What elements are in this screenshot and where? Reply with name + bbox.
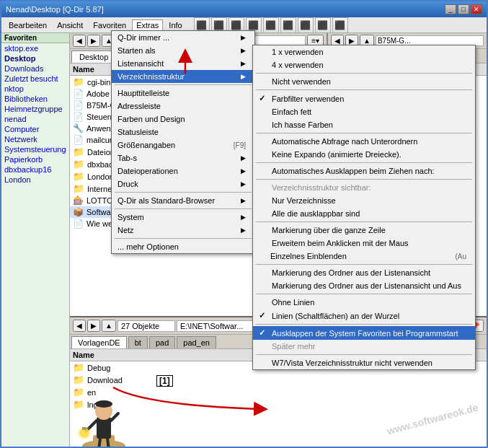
view-button[interactable]: ≡▾	[307, 35, 324, 47]
arrow-icon: ▶	[241, 73, 246, 80]
decorative-silhouette	[414, 76, 487, 316]
sidebar-item-nenad[interactable]: nenad	[1, 114, 69, 124]
sidebar-item-exe[interactable]: sktop.exe	[1, 43, 69, 53]
sidebar-item-systemsteuerung[interactable]: Systemsteuerung	[1, 144, 69, 154]
bottom-tab-vorlagen[interactable]: VorlagenDE	[71, 336, 127, 348]
tab-cgi-bin[interactable]: cgi-bin auf ...	[329, 50, 381, 63]
sidebar-item-zuletzt[interactable]: Zuletzt besucht	[1, 74, 69, 84]
menu-mehr-optionen[interactable]: ... mehr Optionen	[112, 240, 254, 253]
arrow-icon: ▶	[241, 180, 246, 188]
bottom-path-field[interactable]: E:\INET\Softwar...	[177, 320, 431, 332]
svg-line-12	[111, 413, 118, 421]
svg-line-14	[107, 439, 109, 448]
arrow-icon: ▶	[241, 214, 246, 221]
sidebar-item-computer[interactable]: Computer	[1, 124, 69, 134]
toolbar-btn-7[interactable]: ⬛	[298, 17, 314, 33]
bottom-close-btn[interactable]: ✕	[451, 320, 465, 332]
sep1	[115, 84, 252, 85]
right-address[interactable]: B75M-G...	[376, 35, 484, 46]
menu-info[interactable]: Info	[164, 19, 186, 31]
svg-rect-8	[97, 417, 111, 439]
close-button[interactable]: ✕	[471, 4, 482, 14]
f9-shortcut: [F9]	[234, 141, 246, 149]
bottom-tab-bt[interactable]: bt	[128, 336, 148, 348]
back-button[interactable]: ◀	[73, 35, 86, 47]
menu-favoriten[interactable]: Favoriten	[89, 19, 130, 31]
window-title: Nenad\Desktop [Q-Dir 5.87]	[6, 5, 104, 14]
arrow-icon: ▶	[241, 227, 246, 234]
menu-adressleiste[interactable]: Adressleiste	[112, 100, 254, 113]
arrow-icon: ▶	[241, 197, 246, 204]
window: Nenad\Desktop [Q-Dir 5.87] _ □ ✕ Bearbei…	[0, 0, 488, 448]
title-bar: Nenad\Desktop [Q-Dir 5.87] _ □ ✕	[1, 1, 487, 17]
sidebar-item-desktop[interactable]: Desktop	[1, 53, 69, 63]
right-file-list	[328, 76, 487, 316]
tab-rss[interactable]: rss auf ...	[382, 50, 422, 63]
menu-extras[interactable]: Extras	[132, 19, 163, 30]
menu-netz[interactable]: Netz ▶	[112, 224, 254, 237]
bottom-back-button[interactable]: ◀	[73, 320, 86, 332]
menu-dateioperationen[interactable]: Dateioperationen ▶	[112, 164, 254, 177]
toolbar-btn-6[interactable]: ⬛	[280, 17, 296, 33]
mascot-figure	[71, 381, 136, 446]
menu-listenansicht[interactable]: Listenansicht ▶	[112, 57, 254, 70]
bottom-panel: ◀ ▶ ▲ 27 Objekte E:\INET\Softwar... ≡▾ ✕…	[70, 316, 487, 448]
menu-verzeichnisstruktur[interactable]: Verzeichnisstruktur ▶	[112, 70, 254, 83]
bottom-pin-btn[interactable]: 📌	[466, 320, 484, 332]
minimize-button[interactable]: _	[445, 4, 456, 14]
svg-rect-3	[465, 119, 476, 162]
toolbar-btn-8[interactable]: ⬛	[315, 17, 331, 33]
bottom-file-header: Name	[70, 349, 487, 361]
svg-point-17	[77, 426, 92, 440]
right-back-button[interactable]: ◀	[331, 35, 344, 47]
bottom-tab-pad-en[interactable]: pad_en	[177, 336, 216, 348]
sidebar-item-netzwerk[interactable]: Netzwerk	[1, 134, 69, 144]
list-item[interactable]: 📁Debug	[70, 361, 487, 374]
right-forward-button[interactable]: ▶	[345, 35, 358, 47]
bottom-object-count: 27 Objekte	[117, 320, 175, 332]
sep4	[115, 238, 252, 239]
svg-rect-5	[456, 173, 469, 209]
menu-farben-design[interactable]: Farben und Design	[112, 113, 254, 126]
forward-button[interactable]: ▶	[87, 35, 100, 47]
svg-rect-1	[436, 115, 465, 173]
sidebar: Favoriten sktop.exe Desktop Downloads Zu…	[1, 33, 70, 448]
menu-qdir-immer[interactable]: Q-Dir immer ... ▶	[112, 31, 254, 44]
sidebar-item-papierkorb[interactable]: Papierkorb	[1, 154, 69, 164]
right-file-header: Name	[328, 63, 487, 76]
bottom-view-btn[interactable]: ≡▾	[432, 320, 449, 332]
menu-system[interactable]: System ▶	[112, 211, 254, 224]
menu-tabs[interactable]: Tab-s ▶	[112, 151, 254, 164]
svg-point-10	[95, 400, 112, 408]
menu-groessenangaben[interactable]: Größenangaben [F9]	[112, 139, 254, 151]
menu-starten-als[interactable]: Starten als ▶	[112, 44, 254, 57]
arrow-icon: ▶	[241, 167, 246, 175]
toolbar-btn-5[interactable]: ⬛	[263, 17, 279, 33]
menu-ansicht[interactable]: Ansicht	[53, 19, 87, 31]
menu-bearbeiten[interactable]: Bearbeiten	[4, 19, 51, 31]
sidebar-item-heimnetz[interactable]: Heimnetzgruppe	[1, 104, 69, 114]
sidebar-item-downloads[interactable]: Downloads	[1, 63, 69, 74]
tab-desktop[interactable]: Desktop	[71, 50, 116, 63]
title-bar-buttons: _ □ ✕	[445, 4, 482, 14]
sidebar-item-nktop[interactable]: nktop	[1, 84, 69, 94]
right-up-button[interactable]: ▲	[360, 35, 374, 47]
sidebar-item-london[interactable]: London	[1, 175, 69, 185]
menu-qdir-browser[interactable]: Q-Dir als Standard-Browser ▶	[112, 194, 254, 207]
sidebar-item-dbxbackup16[interactable]: dbxbackup16	[1, 164, 69, 175]
menu-statusleiste[interactable]: Statusleiste	[112, 126, 254, 139]
sidebar-item-bibliotheken[interactable]: Bibliotheken	[1, 94, 69, 104]
sep2	[115, 192, 252, 193]
bottom-tab-pad[interactable]: pad	[149, 336, 175, 348]
arrow-icon: ▶	[241, 60, 246, 67]
toolbar-btn-9[interactable]: ⬛	[332, 17, 348, 33]
bottom-forward-button[interactable]: ▶	[87, 320, 100, 332]
menu-haupttitelleiste[interactable]: Haupttitelleiste	[112, 87, 254, 100]
maximize-button[interactable]: □	[458, 4, 469, 14]
sep3	[115, 208, 252, 209]
arrow-icon: ▶	[241, 34, 246, 41]
menu-druck[interactable]: Druck ▶	[112, 177, 254, 190]
bottom-up-button[interactable]: ▲	[102, 320, 116, 332]
svg-line-13	[99, 439, 100, 448]
svg-rect-2	[425, 119, 436, 162]
